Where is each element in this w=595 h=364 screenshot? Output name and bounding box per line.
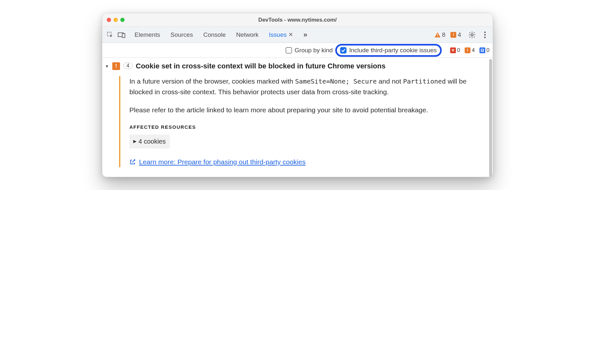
svg-rect-4 bbox=[437, 36, 438, 37]
learn-more-link[interactable]: Learn more: Prepare for phasing out thir… bbox=[129, 157, 480, 167]
issue-count-pill: 4 bbox=[123, 63, 133, 69]
group-by-kind-label: Group by kind bbox=[295, 47, 333, 54]
checkbox-checked-icon bbox=[340, 47, 347, 54]
svg-rect-2 bbox=[122, 34, 125, 37]
issues-filter-bar: Group by kind Include third-party cookie… bbox=[102, 43, 493, 58]
traffic-lights bbox=[107, 18, 125, 22]
warning-triangle-icon bbox=[434, 32, 441, 38]
warnings-count: 8 bbox=[442, 31, 446, 38]
more-tabs-icon[interactable]: » bbox=[303, 31, 307, 39]
orange-issue-icon: ! bbox=[465, 47, 470, 53]
external-link-icon bbox=[129, 159, 136, 165]
cookies-label: 4 cookies bbox=[138, 136, 166, 147]
panel-tabs: Elements Sources Console Network Issues … bbox=[135, 31, 307, 39]
error-square-icon: ! bbox=[450, 32, 456, 38]
issue-paragraph-1: In a future version of the browser, cook… bbox=[129, 76, 480, 97]
devtools-window: DevTools - www.nytimes.com/ Elements Sou… bbox=[102, 13, 493, 177]
close-window-button[interactable] bbox=[107, 18, 111, 22]
red-issue-icon: ✕ bbox=[450, 47, 456, 53]
tab-network[interactable]: Network bbox=[236, 31, 259, 39]
tab-elements[interactable]: Elements bbox=[135, 31, 160, 39]
svg-point-6 bbox=[484, 31, 486, 33]
count-blue[interactable]: 0 bbox=[479, 47, 489, 54]
errors-count: 4 bbox=[458, 31, 461, 38]
svg-point-5 bbox=[471, 34, 473, 36]
learn-more-text: Learn more: Prepare for phasing out thir… bbox=[139, 157, 306, 167]
code-partitioned: Partitioned bbox=[403, 77, 446, 85]
toolbar-badges: 8 ! 4 bbox=[434, 31, 461, 38]
close-tab-icon[interactable]: ✕ bbox=[288, 31, 293, 38]
highlighted-option: Include third-party cookie issues bbox=[335, 44, 441, 57]
svg-point-7 bbox=[484, 34, 486, 35]
count-red[interactable]: ✕ 0 bbox=[450, 47, 460, 54]
issue-title[interactable]: Cookie set in cross-site context will be… bbox=[136, 62, 386, 70]
svg-point-8 bbox=[484, 36, 486, 38]
vertical-scrollbar[interactable] bbox=[489, 59, 492, 177]
maximize-window-button[interactable] bbox=[120, 18, 125, 22]
tab-console[interactable]: Console bbox=[203, 31, 226, 39]
checkbox-unchecked-icon bbox=[286, 47, 292, 54]
issue-body: In a future version of the browser, cook… bbox=[119, 76, 493, 167]
warnings-badge[interactable]: 8 bbox=[434, 31, 446, 38]
cookies-expand-row[interactable]: ▶ 4 cookies bbox=[129, 135, 170, 148]
code-samesite: SameSite=None; Secure bbox=[295, 77, 377, 85]
device-toolbar-icon[interactable] bbox=[117, 30, 126, 39]
count-orange[interactable]: ! 4 bbox=[465, 47, 475, 54]
include-third-party-checkbox[interactable]: Include third-party cookie issues bbox=[340, 47, 437, 54]
expand-caret-icon[interactable]: ▼ bbox=[105, 64, 109, 69]
svg-rect-9 bbox=[481, 49, 484, 52]
minimize-window-button[interactable] bbox=[114, 18, 118, 22]
group-by-kind-checkbox[interactable]: Group by kind bbox=[286, 47, 333, 54]
issue-counts: ✕ 0 ! 4 0 bbox=[450, 47, 489, 54]
affected-resources-heading: AFFECTED RESOURCES bbox=[129, 123, 480, 131]
blue-issue-icon bbox=[479, 47, 485, 53]
window-titlebar: DevTools - www.nytimes.com/ bbox=[102, 13, 493, 27]
tab-issues[interactable]: Issues ✕ bbox=[269, 31, 293, 39]
tab-sources[interactable]: Sources bbox=[170, 31, 193, 39]
svg-rect-3 bbox=[437, 34, 438, 35]
main-toolbar: Elements Sources Console Network Issues … bbox=[102, 27, 493, 43]
issue-header-row: ▼ ! 4 Cookie set in cross-site context w… bbox=[102, 62, 493, 70]
tab-issues-label: Issues bbox=[269, 31, 287, 38]
issue-paragraph-2: Please refer to the article linked to le… bbox=[129, 105, 480, 116]
warning-issue-icon: ! bbox=[112, 62, 120, 70]
include-third-party-label: Include third-party cookie issues bbox=[349, 47, 437, 54]
window-title: DevTools - www.nytimes.com/ bbox=[102, 17, 493, 23]
settings-gear-icon[interactable] bbox=[468, 30, 477, 39]
issues-content: ▼ ! 4 Cookie set in cross-site context w… bbox=[102, 58, 493, 177]
expand-triangle-icon: ▶ bbox=[133, 138, 136, 145]
more-options-icon[interactable] bbox=[480, 30, 489, 39]
errors-badge[interactable]: ! 4 bbox=[450, 31, 461, 38]
inspect-element-icon[interactable] bbox=[106, 30, 115, 39]
